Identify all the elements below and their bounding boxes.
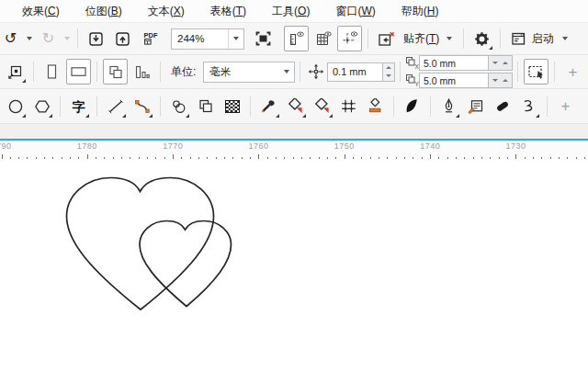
interactive-fill-icon xyxy=(287,98,304,114)
horizontal-ruler[interactable]: 1790178017701760175017401730 xyxy=(0,139,588,160)
mesh-fill-icon xyxy=(340,98,357,114)
shapes-tool-button[interactable] xyxy=(166,94,191,119)
smart-drawing-tool-button[interactable] xyxy=(463,94,488,119)
landscape-button[interactable] xyxy=(66,59,91,85)
portrait-button[interactable] xyxy=(40,59,64,85)
zoom-dropdown-button[interactable] xyxy=(228,29,243,49)
flyout-indicator xyxy=(329,114,333,118)
bspline-tool-button[interactable] xyxy=(516,94,541,119)
duplicate-x-field[interactable]: 5.0 mm xyxy=(419,55,489,71)
ruler-tick xyxy=(96,157,96,159)
menu-table[interactable]: 表格(T) xyxy=(198,0,259,22)
artistic-media-icon xyxy=(403,98,421,114)
export-button[interactable] xyxy=(110,26,135,51)
ruler-tick xyxy=(533,157,534,159)
duplicate-y-value: 5.0 mm xyxy=(424,75,456,86)
undo-button[interactable]: ↺ xyxy=(0,26,23,51)
snap-to-dropdown[interactable]: 贴齐(T) xyxy=(400,28,458,50)
interactive-fill-tool-button[interactable] xyxy=(283,94,308,119)
ruler-tick xyxy=(404,157,405,159)
bezier-tool-button[interactable] xyxy=(130,94,154,119)
ruler-tick xyxy=(139,157,140,159)
menu-mnemonic: T xyxy=(236,5,243,17)
flyout-indicator xyxy=(122,114,126,118)
nudge-spinner[interactable] xyxy=(383,62,395,82)
menu-help[interactable]: 帮助(H) xyxy=(389,0,452,22)
nudge-distance-field[interactable]: 0.1 mm xyxy=(327,62,383,82)
artistic-media-tool-button[interactable] xyxy=(400,94,424,119)
separator xyxy=(368,28,368,49)
ruler-tick xyxy=(490,157,491,159)
duplicate-x-row: X 5.0 mm xyxy=(405,55,513,71)
menu-text[interactable]: 文本(X) xyxy=(135,0,198,22)
fountain-fill-tool-button[interactable] xyxy=(310,94,334,119)
menu-window[interactable]: 窗口(W) xyxy=(322,0,388,22)
separator xyxy=(33,62,34,82)
redo-button[interactable]: ↻ xyxy=(36,26,61,51)
all-pages-button[interactable] xyxy=(103,59,128,85)
flyout-indicator xyxy=(85,114,89,118)
full-screen-preview-button[interactable] xyxy=(251,26,276,51)
spin-up-button[interactable] xyxy=(383,63,394,73)
zoom-level-combobox[interactable]: 244% xyxy=(171,28,244,50)
treat-as-filled-toggle[interactable] xyxy=(524,59,548,85)
plus-icon: + xyxy=(561,98,571,114)
undo-dropdown[interactable] xyxy=(27,37,32,40)
mesh-fill-tool-button[interactable] xyxy=(336,94,361,119)
ruler-ticks: 1790178017701760175017401730 xyxy=(0,141,588,160)
units-dropdown-button[interactable] xyxy=(279,62,294,82)
transparency-tool-button[interactable] xyxy=(220,94,244,119)
page-dimensions-icon xyxy=(6,63,24,81)
duplicate-distance-group: X 5.0 mm Y 5.0 mm xyxy=(405,54,513,89)
ruler-unit-label: 1770 xyxy=(163,141,183,151)
drop-shadow-tool-button[interactable] xyxy=(193,94,218,119)
page-dimensions-button[interactable] xyxy=(3,59,28,85)
ruler-tick xyxy=(507,157,508,159)
duplicate-x-spinner[interactable] xyxy=(489,55,513,71)
import-button[interactable] xyxy=(84,26,108,51)
fountain-fill-icon xyxy=(313,98,331,114)
smart-fill-tool-button[interactable] xyxy=(363,94,388,119)
menu-bitmaps[interactable]: 位图(B) xyxy=(73,0,135,22)
units-combobox[interactable]: 毫米 xyxy=(203,62,295,83)
ruler-tick xyxy=(447,157,448,159)
text-tool-button[interactable]: 字 xyxy=(66,94,91,119)
hearts-group xyxy=(67,178,232,310)
snap-off-button[interactable] xyxy=(374,26,399,51)
redo-dropdown[interactable] xyxy=(64,37,70,40)
ruler-tick xyxy=(396,157,397,159)
page-numbering-button[interactable] xyxy=(130,59,154,85)
launch-button[interactable]: 启动 xyxy=(506,26,574,51)
ellipse-tool-button[interactable] xyxy=(3,94,28,119)
line-tool-button[interactable] xyxy=(103,94,128,119)
ruler-tick xyxy=(276,157,277,159)
eyedropper-tool-button[interactable] xyxy=(256,94,281,119)
shapes-tool-icon xyxy=(171,99,187,114)
menu-label-part: 工具( xyxy=(272,4,298,19)
ruler-tick xyxy=(464,157,465,159)
small-heart-shape[interactable] xyxy=(140,221,232,307)
guideline-toggle-button[interactable] xyxy=(337,26,362,51)
ruler-toggle-button[interactable] xyxy=(284,26,309,51)
duplicate-y-spinner[interactable] xyxy=(489,73,513,88)
ruler-tick xyxy=(242,157,243,159)
options-button[interactable] xyxy=(469,26,494,51)
ruler-tick xyxy=(335,157,336,159)
spin-down-button[interactable] xyxy=(383,72,394,81)
flyout-indicator xyxy=(49,114,52,118)
property-bar-overflow-button[interactable]: + xyxy=(560,59,585,85)
pen-tool-button[interactable] xyxy=(436,94,461,119)
duplicate-x-icon: X xyxy=(405,56,419,70)
toolbox-overflow-button[interactable]: + xyxy=(553,94,578,119)
menu-tools[interactable]: 工具(O) xyxy=(259,0,322,22)
flyout-indicator xyxy=(456,114,459,118)
grid-toggle-button[interactable] xyxy=(311,26,335,51)
zoom-level-value: 244% xyxy=(172,33,228,44)
chevron-down-icon xyxy=(233,37,239,40)
publish-pdf-button[interactable]: PDF xyxy=(137,26,164,51)
polygon-tool-button[interactable] xyxy=(29,94,54,119)
drawing-canvas[interactable] xyxy=(0,160,588,372)
duplicate-y-field[interactable]: 5.0 mm xyxy=(419,73,489,88)
menu-effects[interactable]: 效果(C) xyxy=(9,0,73,22)
eraser-tool-button[interactable] xyxy=(490,94,514,119)
